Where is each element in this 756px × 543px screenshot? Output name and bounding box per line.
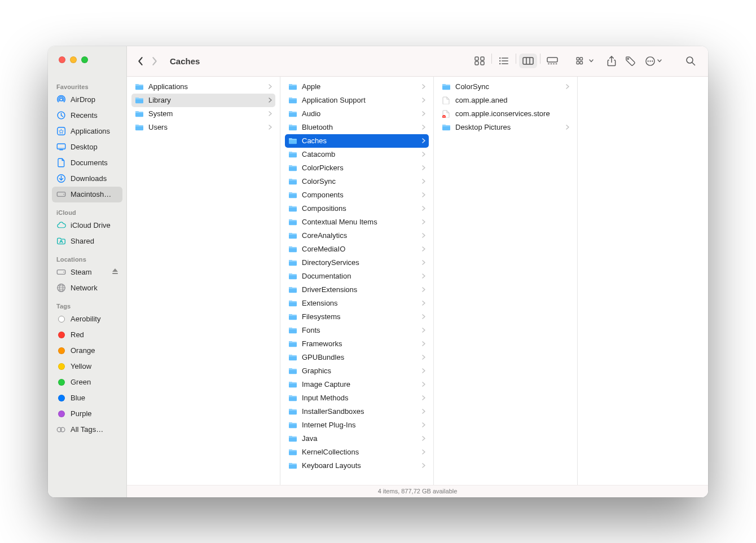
file-row[interactable]: Input Methods [285, 391, 429, 405]
file-row[interactable]: Contextual Menu Items [285, 215, 429, 229]
file-row[interactable]: Audio [285, 107, 429, 121]
back-button[interactable] [134, 53, 147, 69]
file-row-label: Contextual Menu Items [302, 218, 417, 226]
svg-line-48 [692, 63, 695, 65]
action-button[interactable] [641, 54, 665, 68]
chevron-right-icon [422, 164, 425, 172]
sidebar-item[interactable]: Network [52, 280, 122, 296]
file-row[interactable]: System [131, 107, 275, 121]
window-controls [48, 46, 126, 77]
column-scroll[interactable] [578, 77, 708, 485]
sidebar-item[interactable]: Orange [52, 343, 122, 359]
file-row[interactable]: CoreAnalytics [285, 229, 429, 242]
file-row[interactable]: Frameworks [285, 337, 429, 351]
minimize-button[interactable] [70, 56, 77, 63]
file-row[interactable]: InstallerSandboxes [285, 405, 429, 418]
file-row[interactable]: Java [285, 432, 429, 445]
file-row[interactable]: com.apple.aned [438, 94, 573, 107]
folder-icon [288, 381, 297, 388]
sidebar-item-label: Desktop [71, 143, 119, 151]
sidebar-item[interactable]: Downloads [52, 171, 122, 187]
file-row[interactable]: Desktop Pictures [438, 121, 573, 134]
gallery-view-button[interactable] [543, 54, 561, 68]
sidebar-item[interactable]: Purple [52, 406, 122, 422]
search-button[interactable] [682, 54, 699, 68]
folder-icon [288, 367, 297, 374]
tag-button[interactable] [622, 54, 639, 68]
file-row[interactable]: Documentation [285, 270, 429, 283]
file-row[interactable]: Users [131, 121, 275, 134]
eject-icon[interactable] [112, 268, 119, 276]
chevron-right-icon [422, 96, 425, 104]
sidebar-item-label: Recents [71, 111, 119, 120]
sidebar-item-label: Macintosh… [71, 190, 119, 198]
chevron-right-icon [422, 380, 425, 389]
file-row[interactable]: Graphics [285, 364, 429, 378]
share-button[interactable] [604, 54, 619, 68]
sidebar-item[interactable]: Steam [52, 264, 122, 280]
sidebar-item[interactable]: Green [52, 374, 122, 390]
icon-view-button[interactable] [471, 54, 489, 68]
file-row-label: Audio [302, 109, 417, 118]
sidebar-item[interactable]: AirDrop [52, 92, 122, 108]
file-row[interactable]: KernelCollections [285, 445, 429, 459]
sidebar-item[interactable]: Macintosh… [52, 187, 122, 202]
column-scroll[interactable]: ApplicationsLibrarySystemUsers [127, 77, 280, 485]
file-row[interactable]: Application Support [285, 94, 429, 107]
more-icon [645, 56, 656, 67]
sidebar-item[interactable]: Documents [52, 155, 122, 171]
file-row[interactable]: com.apple.iconservices.store [438, 107, 573, 121]
sidebar-item[interactable]: Yellow [52, 359, 122, 374]
sidebar-item[interactable]: Shared [52, 233, 122, 249]
sidebar-item-label: Applications [71, 127, 119, 135]
folder-icon [135, 123, 144, 131]
file-row[interactable]: Catacomb [285, 148, 429, 161]
close-button[interactable] [59, 56, 65, 63]
file-row[interactable]: Filesystems [285, 310, 429, 324]
sidebar-item[interactable]: Applications [52, 123, 122, 139]
sidebar-item[interactable]: Desktop [52, 139, 122, 155]
file-row[interactable]: GPUBundles [285, 351, 429, 364]
folder-icon [288, 137, 297, 144]
file-row[interactable]: CoreMediaIO [285, 242, 429, 256]
sidebar-item[interactable]: All Tags… [52, 422, 122, 438]
file-row[interactable]: Components [285, 188, 429, 202]
forward-button[interactable] [147, 53, 161, 69]
sidebar-item[interactable]: Blue [52, 390, 122, 406]
column-scroll[interactable]: AppleApplication SupportAudioBluetoothCa… [280, 77, 433, 485]
sidebar-item-label: Green [71, 378, 119, 386]
chevron-right-icon [422, 339, 425, 348]
file-row[interactable]: Library [131, 94, 275, 107]
zoom-button[interactable] [81, 56, 88, 63]
file-row[interactable]: Caches [285, 134, 429, 148]
file-row[interactable]: ColorSync [285, 175, 429, 188]
file-row[interactable]: Compositions [285, 202, 429, 215]
folder-icon [288, 110, 297, 117]
file-row[interactable]: Keyboard Layouts [285, 459, 429, 473]
file-row[interactable]: Fonts [285, 324, 429, 337]
file-row[interactable]: DriverExtensions [285, 283, 429, 297]
sidebar-item[interactable]: Red [52, 327, 122, 343]
file-row[interactable]: Internet Plug-Ins [285, 418, 429, 432]
chevron-right-icon [422, 258, 425, 267]
svg-rect-25 [502, 58, 508, 59]
file-row[interactable]: Bluetooth [285, 121, 429, 134]
sidebar-item[interactable]: Recents [52, 108, 122, 123]
file-row[interactable]: Apple [285, 80, 429, 94]
file-row[interactable]: DirectoryServices [285, 256, 429, 270]
file-row[interactable]: Image Capture [285, 378, 429, 391]
list-view-button[interactable] [495, 54, 513, 68]
file-row[interactable]: ColorPickers [285, 161, 429, 175]
sidebar-item[interactable]: iCloud Drive [52, 218, 122, 233]
file-row[interactable]: Applications [131, 80, 275, 94]
sidebar-item-label: Yellow [71, 362, 119, 370]
file-row[interactable]: Extensions [285, 297, 429, 310]
share-icon [607, 56, 616, 67]
chevron-down-icon [657, 59, 662, 63]
group-button[interactable] [573, 54, 597, 68]
column-view-button[interactable] [519, 54, 537, 68]
column-scroll[interactable]: ColorSynccom.apple.anedcom.apple.iconser… [434, 77, 577, 485]
chevron-right-icon [422, 136, 425, 145]
sidebar-item[interactable]: Aerobility [52, 311, 122, 327]
file-row[interactable]: ColorSync [438, 80, 573, 94]
